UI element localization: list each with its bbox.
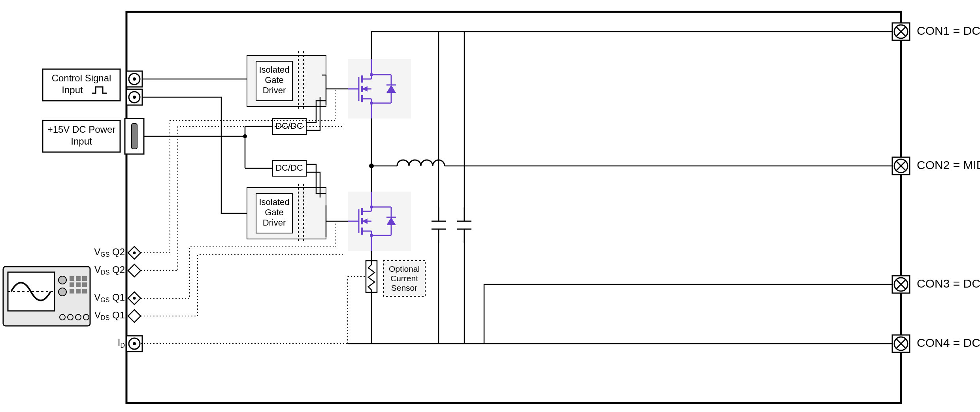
control-signal-bnc-top xyxy=(126,71,142,87)
terminal-con2 xyxy=(892,157,910,175)
board-outline xyxy=(126,12,901,403)
terminal-con3 xyxy=(892,276,910,293)
driver-bot-l3: Driver xyxy=(263,218,286,228)
probe-points xyxy=(126,246,142,352)
svg-point-80 xyxy=(243,134,247,138)
probe-id-bnc xyxy=(126,336,142,352)
dcdc-bottom: DC/DC xyxy=(273,160,306,176)
driver-top-l2: Gate xyxy=(265,75,284,85)
driver-bot-l1: Isolated xyxy=(259,197,289,207)
dc-link-cap-left xyxy=(432,207,446,243)
control-signal-line1: Control Signal xyxy=(52,73,111,83)
label-vds-q1: VDS Q1 xyxy=(94,310,125,321)
optional-current-sensor-box: Optional Current Sensor xyxy=(383,261,425,296)
terminal-con4 xyxy=(892,335,910,352)
dc-power-jack xyxy=(125,119,144,154)
mosfet-q2 xyxy=(348,59,411,119)
power-line1: +15V DC Power xyxy=(47,124,116,135)
gate-driver-bottom: Isolated Gate Driver xyxy=(247,184,326,243)
label-con1: CON1 = DC+ xyxy=(917,24,980,37)
svg-text:Optional: Optional xyxy=(389,264,420,273)
power-input-box: +15V DC Power Input xyxy=(43,120,120,152)
probe-vgs-q1 xyxy=(128,292,141,305)
driver-top-l1: Isolated xyxy=(259,65,289,75)
power-line2: Input xyxy=(71,136,92,147)
label-id: ID xyxy=(118,337,125,349)
dc-link-cap-right xyxy=(457,207,471,243)
label-vgs-q2: VGS Q2 xyxy=(94,246,125,258)
svg-text:DC/DC: DC/DC xyxy=(275,121,303,131)
mosfet-q1 xyxy=(348,192,411,251)
control-signal-bnc-bot xyxy=(126,89,142,105)
probe-vds-q2 xyxy=(128,264,141,277)
label-con3: CON3 = DC- xyxy=(917,277,980,290)
gate-driver-top: Isolated Gate Driver xyxy=(247,51,326,111)
control-signal-input-box: Control Signal Input xyxy=(43,69,120,101)
svg-text:DC/DC: DC/DC xyxy=(275,163,303,173)
svg-text:Sensor: Sensor xyxy=(391,283,418,292)
control-signal-line2: Input xyxy=(62,85,83,95)
driver-top-l3: Driver xyxy=(263,85,286,95)
probe-vgs-q2 xyxy=(128,246,141,259)
driver-bot-l2: Gate xyxy=(265,207,284,217)
svg-text:Current: Current xyxy=(390,274,418,283)
label-vgs-q1: VGS Q1 xyxy=(94,292,125,303)
label-con2: CON2 = MIDPOINT xyxy=(917,158,980,171)
oscilloscope-icon xyxy=(3,267,90,326)
label-con4: CON4 = DC- xyxy=(917,336,980,349)
inductor xyxy=(397,160,445,166)
current-sense-element xyxy=(366,261,377,292)
probe-vds-q1 xyxy=(128,310,141,322)
label-vds-q2: VDS Q2 xyxy=(94,264,125,276)
terminal-con1 xyxy=(892,23,910,40)
probe-labels: VGS Q2 VDS Q2 VGS Q1 VDS Q1 ID xyxy=(94,246,125,349)
